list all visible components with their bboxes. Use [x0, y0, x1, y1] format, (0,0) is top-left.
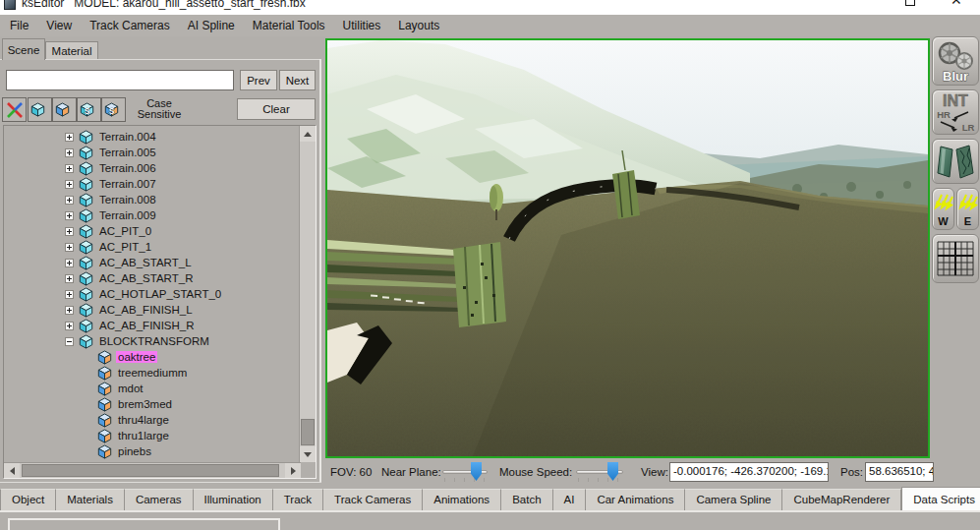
tree-expander-icon[interactable] — [65, 180, 74, 189]
blur-button[interactable]: Blur — [932, 36, 979, 86]
menu-view[interactable]: View — [37, 16, 81, 36]
tree-expander-icon[interactable] — [65, 259, 74, 267]
wireframe-e-button[interactable]: E — [956, 188, 979, 230]
tree-item-ac-hotlap-start-0[interactable]: AC_HOTLAP_START_0 — [4, 286, 300, 302]
near-plane-slider[interactable] — [442, 461, 488, 487]
wireframe-w-button[interactable]: W — [932, 188, 954, 230]
tree-item-label: AC_AB_FINISH_R — [97, 320, 197, 331]
tree-item-terrain-007[interactable]: Terrain.007 — [4, 176, 300, 192]
tree-item-terrain-004[interactable]: Terrain.004 — [4, 129, 300, 145]
tab-cubemaprenderer[interactable]: CubeMapRenderer — [782, 489, 901, 510]
tree-expander-icon[interactable] — [65, 227, 74, 236]
tree-item-ac-pit-0[interactable]: AC_PIT_0 — [4, 223, 300, 239]
window-title: ksEditor MODEL: akarou_hill_assetto_star… — [22, 0, 306, 10]
tree-expander-icon[interactable] — [65, 322, 74, 330]
grid-button[interactable] — [932, 234, 979, 283]
menu-ai-spline[interactable]: AI Spline — [179, 16, 244, 36]
scroll-down-icon[interactable] — [300, 446, 316, 462]
tab-track[interactable]: Track — [273, 489, 323, 510]
scroll-right-icon[interactable] — [285, 463, 301, 478]
materials-preview-button[interactable] — [932, 139, 979, 184]
mouse-speed-label: Mouse Speed: — [499, 466, 572, 478]
prev-button[interactable]: Prev — [240, 70, 277, 90]
tree-item-oaktree[interactable]: oaktree — [4, 349, 300, 365]
cube-orange-icon[interactable] — [52, 97, 77, 122]
cube-icon — [97, 397, 112, 412]
cube-blue-icon[interactable] — [28, 97, 52, 122]
tree-item-ac-ab-start-r[interactable]: AC_AB_START_R — [4, 270, 300, 286]
viewport-render[interactable] — [327, 40, 928, 456]
next-button[interactable]: Next — [279, 70, 316, 90]
vertical-scroll-thumb[interactable] — [301, 419, 315, 445]
tree-expander-icon[interactable] — [65, 337, 74, 346]
tab-camera-spline[interactable]: Camera Spline — [685, 489, 782, 510]
tree-horizontal-scrollbar[interactable] — [4, 462, 301, 478]
tree-expander-icon[interactable] — [65, 306, 74, 315]
cube-icon — [79, 303, 93, 318]
cube-orange-s-icon[interactable]: S — [101, 97, 126, 122]
tab-scene[interactable]: Scene — [2, 38, 45, 60]
tree-expander-icon[interactable] — [65, 164, 74, 173]
tree-item-blocktransform[interactable]: BLOCKTRANSFORM — [4, 333, 300, 349]
axes-cross-icon[interactable] — [2, 97, 27, 122]
tab-animations[interactable]: Animations — [423, 489, 501, 510]
tree-expander-icon[interactable] — [65, 148, 74, 157]
menu-utilities[interactable]: Utilities — [334, 16, 390, 36]
search-input[interactable] — [6, 70, 234, 90]
clear-button[interactable]: Clear — [237, 98, 316, 120]
tree-item-thru4large[interactable]: thru4large — [4, 412, 300, 428]
tree-item-treemediumm[interactable]: treemediumm — [4, 365, 300, 381]
menu-layouts[interactable]: Layouts — [389, 16, 448, 36]
pos-value-field[interactable]: 58.636510; 4 — [865, 462, 934, 482]
close-icon[interactable]: ✕ — [951, 0, 962, 8]
scroll-left-icon[interactable] — [4, 463, 20, 478]
view-value-field[interactable]: -0.000176; -426.370200; -169.166 — [669, 462, 829, 482]
horizontal-scroll-thumb[interactable] — [22, 464, 279, 477]
tab-object[interactable]: Object — [0, 489, 56, 510]
tab-track-cameras[interactable]: Track Cameras — [323, 489, 423, 510]
tree-item-ac-ab-finish-l[interactable]: AC_AB_FINISH_L — [4, 302, 300, 318]
tree-item-pinebs[interactable]: pinebs — [4, 443, 300, 459]
tree-expander-icon[interactable] — [65, 290, 74, 299]
app-window: ksEditor MODEL: akarou_hill_assetto_star… — [0, 0, 980, 530]
tab-illumination[interactable]: Illumination — [194, 489, 273, 510]
tree-item-terrain-008[interactable]: Terrain.008 — [4, 192, 300, 207]
tree-expander-icon[interactable] — [65, 211, 74, 220]
tree-item-ac-ab-finish-r[interactable]: AC_AB_FINISH_R — [4, 318, 300, 333]
menu-bar: FileViewTrack CamerasAI SplineMaterial T… — [0, 15, 980, 36]
tree-item-ac-pit-1[interactable]: AC_PIT_1 — [4, 239, 300, 255]
int-hr-lr-button[interactable]: INT HR LR — [932, 89, 979, 135]
tree-item-ac-ab-start-l[interactable]: AC_AB_START_L — [4, 255, 300, 270]
menu-track-cameras[interactable]: Track Cameras — [81, 16, 179, 36]
maximize-icon[interactable] — [905, 0, 915, 6]
case-sensitive-label[interactable]: Case Sensitive — [131, 98, 188, 120]
tab-material[interactable]: Material — [45, 41, 98, 60]
tree-expander-icon[interactable] — [65, 196, 74, 205]
tree-vertical-scrollbar[interactable] — [299, 126, 316, 462]
menu-file[interactable]: File — [1, 16, 37, 36]
tree-item-terrain-006[interactable]: Terrain.006 — [4, 160, 300, 176]
tree-expander-icon[interactable] — [65, 274, 74, 283]
tab-car-animations[interactable]: Car Animations — [586, 489, 685, 510]
menu-material-tools[interactable]: Material Tools — [244, 16, 334, 36]
viewport-3d[interactable] — [325, 38, 930, 458]
tree-expander-icon[interactable] — [65, 243, 74, 252]
cube-blue-s-icon[interactable]: S — [77, 97, 101, 122]
tab-data-scripts[interactable]: Data Scripts — [901, 487, 980, 510]
cube-icon — [97, 413, 112, 428]
tree-item-terrain-009[interactable]: Terrain.009 — [4, 207, 300, 223]
tab-cameras[interactable]: Cameras — [125, 489, 194, 510]
tree-item-brem3med[interactable]: brem3med — [4, 396, 300, 412]
fov-label: FOV: 60 — [330, 466, 372, 478]
tab-ai[interactable]: AI — [553, 489, 587, 510]
cube-icon — [79, 146, 93, 160]
tree-item-mdot[interactable]: mdot — [4, 381, 300, 396]
scroll-up-icon[interactable] — [300, 126, 316, 142]
tree-item-thru1large[interactable]: thru1large — [4, 428, 300, 443]
tab-batch[interactable]: Batch — [501, 489, 552, 510]
tab-materials[interactable]: Materials — [56, 489, 125, 510]
tree-expander-icon[interactable] — [65, 133, 74, 142]
tree-item-terrain-005[interactable]: Terrain.005 — [4, 145, 300, 160]
cube-icon — [79, 193, 93, 207]
mouse-speed-slider[interactable] — [576, 461, 623, 487]
